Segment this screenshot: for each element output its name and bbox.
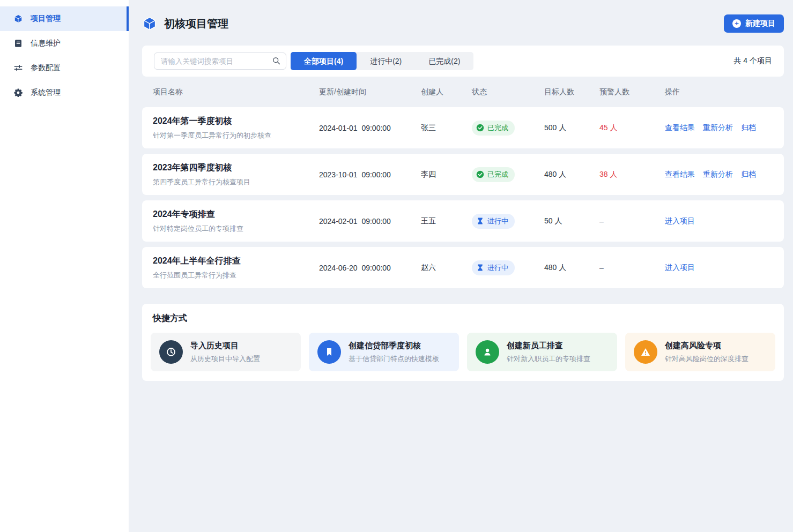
project-name: 2024年上半年全行排查 — [153, 256, 319, 267]
col-warning-count: 预警人数 — [599, 87, 665, 97]
project-desc: 针对第一季度员工异常行为的初步核查 — [153, 131, 319, 140]
shortcut-desc: 从历史项目中导入配置 — [190, 354, 260, 364]
shortcut-texts: 创建高风险专项 针对高风险岗位的深度排查 — [665, 341, 748, 364]
warning-icon — [634, 340, 657, 364]
enter-project-link[interactable]: 进入项目 — [665, 263, 695, 273]
project-name-cell: 2024年上半年全行排查 全行范围员工异常行为排查 — [153, 256, 319, 280]
shortcut-desc: 针对高风险岗位的深度排查 — [665, 354, 748, 364]
shortcut-title: 创建新员工排查 — [507, 341, 590, 351]
warning-count: – — [599, 217, 665, 226]
shortcut-title: 导入历史项目 — [190, 341, 260, 351]
actions-cell: 查看结果 重新分析 归档 — [665, 170, 773, 179]
shortcut-texts: 创建信贷部季度初核 基于信贷部门特点的快速模板 — [349, 341, 439, 364]
sliders-icon — [13, 63, 23, 73]
gear-icon — [13, 88, 23, 98]
search-wrap — [154, 53, 286, 70]
cube-icon — [13, 14, 23, 24]
status-badge: 已完成 — [472, 167, 515, 182]
shortcut-desc: 针对新入职员工的专项排查 — [507, 354, 590, 364]
shortcut-create-high-risk-project[interactable]: 创建高风险专项 针对高风险岗位的深度排查 — [625, 333, 775, 371]
project-desc: 针对特定岗位员工的专项排查 — [153, 224, 319, 234]
check-circle-icon — [476, 124, 484, 132]
table-row: 2024年上半年全行排查 全行范围员工异常行为排查 2024-06-20 09:… — [142, 247, 784, 288]
view-results-link[interactable]: 查看结果 — [665, 123, 695, 133]
col-status: 状态 — [472, 87, 544, 97]
sidebar-item-label: 系统管理 — [31, 88, 61, 98]
shortcut-desc: 基于信贷部门特点的快速模板 — [349, 354, 439, 364]
user-icon — [476, 340, 499, 364]
actions-cell: 查看结果 重新分析 归档 — [665, 123, 773, 133]
tab-ongoing[interactable]: 进行中(2) — [357, 52, 415, 70]
table-row: 2024年专项排查 针对特定岗位员工的专项排查 2024-02-01 09:00… — [142, 200, 784, 242]
project-name: 2023年第四季度初核 — [153, 162, 319, 174]
shortcut-title: 创建信贷部季度初核 — [349, 341, 439, 351]
table-row: 2023年第四季度初核 第四季度员工异常行为核查项目 2023-10-01 09… — [142, 154, 784, 195]
reanalyze-link[interactable]: 重新分析 — [703, 170, 733, 179]
col-creator: 创建人 — [421, 87, 472, 97]
project-name: 2024年专项排查 — [153, 209, 319, 220]
shortcut-texts: 创建新员工排查 针对新入职员工的专项排查 — [507, 341, 590, 364]
update-time: 2024-01-01 09:00:00 — [319, 124, 421, 132]
project-desc: 全行范围员工异常行为排查 — [153, 271, 319, 280]
col-target-count: 目标人数 — [544, 87, 599, 97]
shortcut-grid: 导入历史项目 从历史项目中导入配置 创建信贷部季度初核 基于信贷部门特点的快速模… — [151, 333, 775, 371]
total-project-count: 共 4 个项目 — [733, 56, 772, 66]
col-project-name: 项目名称 — [153, 87, 319, 97]
filter-tabs: 全部项目(4) 进行中(2) 已完成(2) — [291, 52, 473, 70]
project-name: 2024年第一季度初核 — [153, 116, 319, 127]
creator: 李四 — [421, 170, 472, 179]
check-circle-icon — [476, 170, 484, 178]
col-update-time: 更新/创建时间 — [319, 87, 421, 97]
tab-completed[interactable]: 已完成(2) — [415, 52, 473, 70]
sidebar-item-label: 参数配置 — [31, 63, 61, 73]
shortcut-import-history[interactable]: 导入历史项目 从历史项目中导入配置 — [151, 333, 301, 371]
shortcut-texts: 导入历史项目 从历史项目中导入配置 — [190, 341, 260, 364]
sidebar-item-info-maintenance[interactable]: 信息维护 — [0, 31, 129, 56]
project-name-cell: 2024年第一季度初核 针对第一季度员工异常行为的初步核查 — [153, 116, 319, 140]
main-content: 初核项目管理 + 新建项目 全部项目(4) 进行中(2) 已完成(2) 共 4 … — [129, 0, 793, 532]
status-cell: 进行中 — [472, 214, 544, 229]
hourglass-icon — [476, 217, 484, 225]
warning-count: – — [599, 264, 665, 272]
table-row: 2024年第一季度初核 针对第一季度员工异常行为的初步核查 2024-01-01… — [142, 107, 784, 148]
document-icon — [13, 39, 23, 48]
new-project-button[interactable]: + 新建项目 — [724, 14, 784, 33]
status-cell: 进行中 — [472, 260, 544, 275]
creator: 赵六 — [421, 263, 472, 273]
shortcut-create-credit-dept-review[interactable]: 创建信贷部季度初核 基于信贷部门特点的快速模板 — [309, 333, 459, 371]
status-badge: 进行中 — [472, 214, 515, 229]
status-cell: 已完成 — [472, 167, 544, 182]
shortcut-title: 创建高风险专项 — [665, 341, 748, 351]
search-input[interactable] — [154, 53, 286, 70]
status-label: 已完成 — [487, 170, 508, 179]
target-count: 500 人 — [544, 123, 599, 133]
warning-count: 38 人 — [599, 170, 665, 179]
view-results-link[interactable]: 查看结果 — [665, 170, 695, 179]
page-title: 初核项目管理 — [164, 17, 228, 31]
shortcuts-section: 快捷方式 导入历史项目 从历史项目中导入配置 — [142, 304, 784, 381]
enter-project-link[interactable]: 进入项目 — [665, 216, 695, 226]
archive-link[interactable]: 归档 — [741, 123, 756, 133]
new-project-label: 新建项目 — [745, 19, 775, 28]
sidebar-item-parameter-config[interactable]: 参数配置 — [0, 56, 129, 80]
status-label: 已完成 — [487, 123, 508, 133]
sidebar-item-project-management[interactable]: 项目管理 — [0, 6, 129, 31]
search-icon[interactable] — [272, 56, 281, 65]
status-label: 进行中 — [487, 263, 508, 273]
table-header: 项目名称 更新/创建时间 创建人 状态 目标人数 预警人数 操作 — [142, 77, 784, 107]
sidebar: 项目管理 信息维护 参数配置 系统管理 — [0, 0, 129, 532]
hourglass-icon — [476, 264, 484, 272]
update-time: 2024-06-20 09:00:00 — [319, 264, 421, 272]
target-count: 480 人 — [544, 263, 599, 273]
plus-icon: + — [732, 19, 741, 28]
bookmark-icon — [317, 340, 341, 364]
shortcut-create-new-employee-check[interactable]: 创建新员工排查 针对新入职员工的专项排查 — [467, 333, 617, 371]
actions-cell: 进入项目 — [665, 216, 773, 226]
target-count: 50 人 — [544, 216, 599, 226]
project-name-cell: 2024年专项排查 针对特定岗位员工的专项排查 — [153, 209, 319, 234]
sidebar-item-system-management[interactable]: 系统管理 — [0, 80, 129, 105]
status-badge: 进行中 — [472, 260, 515, 275]
archive-link[interactable]: 归档 — [741, 170, 756, 179]
tab-all-projects[interactable]: 全部项目(4) — [291, 52, 357, 70]
reanalyze-link[interactable]: 重新分析 — [703, 123, 733, 133]
